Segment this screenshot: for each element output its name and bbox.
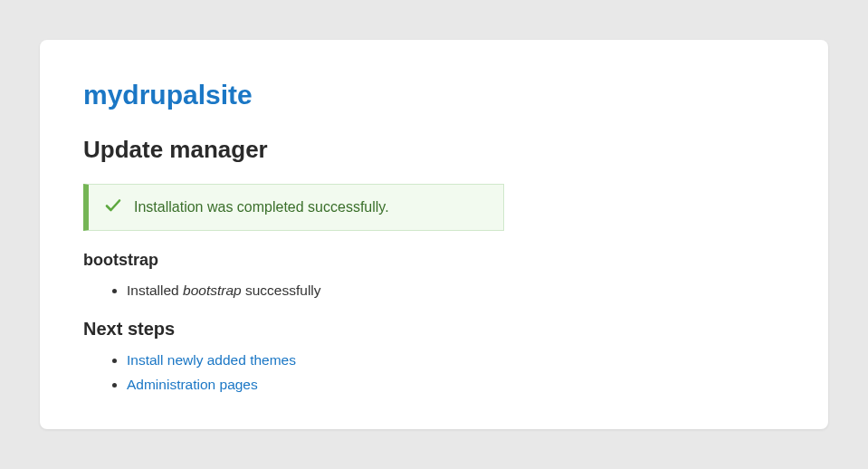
install-suffix: successfully bbox=[242, 282, 321, 298]
module-heading: bootstrap bbox=[83, 251, 785, 270]
status-success-message: Installation was completed successfully. bbox=[83, 184, 504, 231]
content-card: mydrupalsite Update manager Installation… bbox=[40, 40, 828, 429]
install-themes-link[interactable]: Install newly added themes bbox=[127, 352, 296, 368]
admin-pages-link[interactable]: Administration pages bbox=[127, 377, 258, 392]
next-steps-list: Install newly added themes Administratio… bbox=[83, 349, 785, 397]
status-text: Installation was completed successfully. bbox=[134, 199, 389, 215]
list-item: Installed bootstrap successfully bbox=[127, 279, 785, 302]
list-item: Administration pages bbox=[127, 373, 785, 397]
page-heading: Update manager bbox=[83, 136, 785, 164]
next-steps-heading: Next steps bbox=[83, 319, 785, 340]
install-result-list: Installed bootstrap successfully bbox=[83, 279, 785, 302]
check-icon bbox=[105, 197, 134, 217]
install-prefix: Installed bbox=[127, 282, 183, 298]
list-item: Install newly added themes bbox=[127, 349, 785, 372]
site-title-link[interactable]: mydrupalsite bbox=[83, 80, 785, 110]
install-module-name: bootstrap bbox=[183, 282, 242, 298]
